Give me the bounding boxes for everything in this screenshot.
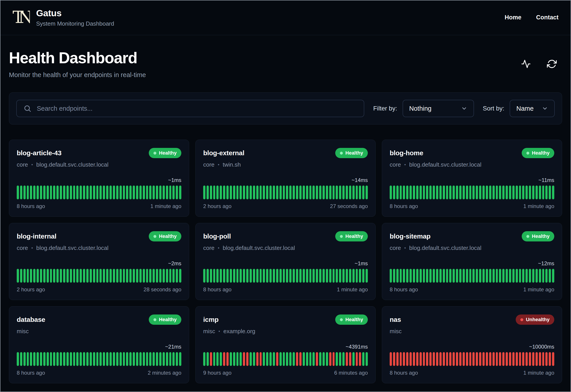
nav-link-home[interactable]: Home	[505, 14, 521, 21]
uptime-bar-failure	[526, 352, 528, 366]
uptime-bar-success	[136, 352, 138, 366]
uptime-bar-success	[17, 269, 19, 283]
uptime-bar-success	[406, 185, 408, 199]
endpoint-group: core	[203, 245, 215, 252]
endpoint-card[interactable]: icmp Healthy misc • example.org ~4391ms …	[195, 306, 376, 383]
uptime-bar-success	[433, 185, 435, 199]
uptime-bar-success	[332, 185, 335, 199]
endpoint-card[interactable]: blog-internal Healthy core • blog.defaul…	[9, 223, 189, 300]
endpoint-card[interactable]: blog-article-43 Healthy core • blog.defa…	[9, 140, 189, 217]
time-start: 8 hours ago	[390, 203, 418, 209]
endpoint-card[interactable]: blog-sitemap Healthy core • blog.default…	[382, 223, 562, 300]
uptime-bar-failure	[210, 352, 212, 366]
uptime-bar-failure	[413, 352, 415, 366]
uptime-bar-success	[266, 269, 268, 283]
uptime-bar-success	[246, 269, 248, 283]
card-header: nas Unhealthy	[390, 314, 554, 325]
endpoint-meta: core • blog.default.svc.cluster.local	[203, 245, 368, 252]
uptime-bar-success	[23, 269, 26, 283]
time-end: 1 minute ago	[523, 370, 554, 376]
uptime-bar-success	[83, 352, 85, 366]
search-input[interactable]	[16, 100, 364, 117]
uptime-bar-failure	[489, 352, 491, 366]
main-content: Health Dashboard Monitor the health of y…	[0, 49, 571, 383]
uptime-bar-success	[366, 185, 368, 199]
uptime-bar-success	[207, 269, 209, 283]
uptime-bar-failure	[316, 352, 318, 366]
uptime-bar-success	[416, 269, 419, 283]
uptime-bar-failure	[443, 352, 445, 366]
uptime-bars	[203, 352, 368, 366]
nav-link-contact[interactable]: Contact	[536, 14, 559, 21]
time-range: 8 hours ago 1 minute ago	[390, 203, 554, 209]
uptime-bar-success	[266, 185, 268, 199]
uptime-bar-success	[240, 352, 242, 366]
uptime-bar-success	[472, 269, 475, 283]
uptime-bar-failure	[472, 352, 475, 366]
uptime-bar-success	[309, 185, 312, 199]
uptime-bar-success	[532, 269, 534, 283]
uptime-bar-failure	[542, 352, 544, 366]
endpoint-meta: core • blog.default.svc.cluster.local	[390, 161, 554, 168]
endpoint-card[interactable]: nas Unhealthy misc ~10000ms 8 hours ago …	[382, 306, 562, 383]
uptime-bar-success	[133, 269, 135, 283]
uptime-bar-success	[47, 352, 49, 366]
uptime-bar-success	[426, 185, 428, 199]
meta-separator: •	[218, 329, 220, 334]
refresh-icon[interactable]	[547, 59, 557, 69]
uptime-bar-success	[123, 185, 125, 199]
uptime-bar-success	[539, 185, 541, 199]
uptime-bar-success	[502, 185, 505, 199]
uptime-bar-success	[459, 269, 462, 283]
chevron-down-icon	[461, 105, 467, 112]
uptime-bar-success	[37, 185, 39, 199]
filter-dropdown[interactable]: Nothing	[403, 100, 474, 117]
time-start: 8 hours ago	[390, 286, 418, 293]
uptime-bar-success	[143, 185, 145, 199]
endpoint-card[interactable]: blog-external Healthy core • twin.sh ~14…	[195, 140, 376, 217]
uptime-bar-success	[106, 352, 108, 366]
uptime-bar-success	[152, 269, 155, 283]
uptime-bar-success	[146, 185, 148, 199]
endpoint-meta: misc	[390, 328, 554, 335]
uptime-bar-success	[306, 269, 308, 283]
uptime-bar-success	[280, 269, 282, 283]
uptime-bar-success	[396, 185, 399, 199]
uptime-bar-success	[463, 269, 465, 283]
uptime-bar-success	[156, 269, 158, 283]
uptime-bar-success	[256, 269, 258, 283]
uptime-bar-success	[332, 269, 335, 283]
uptime-bar-success	[253, 269, 255, 283]
uptime-bar-success	[286, 269, 288, 283]
uptime-bar-success	[146, 352, 148, 366]
uptime-bar-success	[289, 352, 291, 366]
sort-dropdown-value: Name	[516, 105, 534, 112]
uptime-bar-success	[126, 269, 128, 283]
activity-icon[interactable]	[521, 59, 531, 69]
status-label: Healthy	[159, 150, 177, 156]
uptime-bar-success	[80, 185, 82, 199]
uptime-bar-success	[53, 185, 55, 199]
uptime-bar-success	[396, 269, 399, 283]
uptime-bar-success	[359, 269, 361, 283]
time-start: 8 hours ago	[17, 203, 45, 209]
uptime-bar-success	[236, 352, 239, 366]
app-name: Gatus	[36, 8, 114, 18]
endpoint-card[interactable]: blog-poll Healthy core • blog.default.sv…	[195, 223, 376, 300]
uptime-bar-success	[223, 185, 225, 199]
endpoint-card[interactable]: database Healthy misc ~21ms 8 hours ago …	[9, 306, 189, 383]
card-header: blog-home Healthy	[390, 148, 554, 158]
uptime-bar-success	[50, 185, 52, 199]
endpoint-name: blog-sitemap	[390, 233, 431, 240]
uptime-bar-success	[342, 185, 345, 199]
uptime-bar-success	[226, 269, 229, 283]
uptime-bar-success	[179, 185, 181, 199]
time-end: 1 minute ago	[150, 203, 181, 209]
time-start: 8 hours ago	[203, 286, 231, 293]
brand: T N Gatus System Monitoring Dashboard	[13, 8, 114, 27]
sort-dropdown[interactable]: Name	[510, 100, 555, 117]
uptime-bar-success	[80, 269, 82, 283]
uptime-bar-success	[349, 269, 351, 283]
endpoint-card[interactable]: blog-home Healthy core • blog.default.sv…	[382, 140, 562, 217]
uptime-bar-success	[176, 185, 178, 199]
